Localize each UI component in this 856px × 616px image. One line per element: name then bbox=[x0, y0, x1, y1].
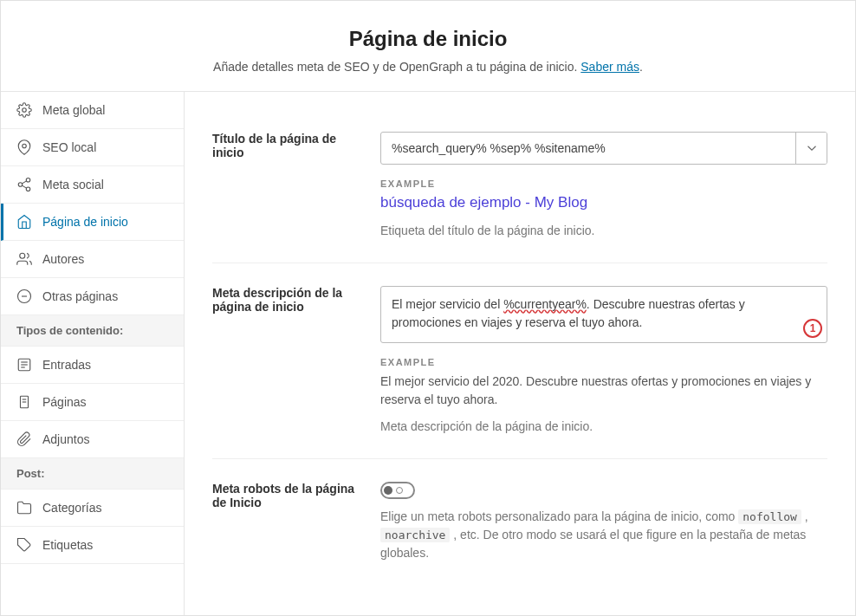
example-preview: búsqueda de ejemplo - My Blog bbox=[380, 194, 827, 211]
users-icon bbox=[16, 251, 32, 267]
toggle-track-dot bbox=[396, 487, 403, 494]
help-text: Etiqueta del título de la página de inic… bbox=[380, 222, 827, 240]
svg-point-1 bbox=[23, 144, 27, 148]
setting-label: Meta descripción de la página de inicio bbox=[212, 286, 360, 436]
title-input-value: %search_query% %sep% %sitename% bbox=[381, 141, 795, 155]
sidebar-item-meta-social[interactable]: Meta social bbox=[1, 166, 184, 204]
tag-icon bbox=[16, 537, 32, 553]
sidebar-item-label: Meta global bbox=[42, 103, 105, 117]
setting-label: Título de la página de inicio bbox=[212, 132, 360, 240]
post-icon bbox=[16, 357, 32, 373]
sidebar-item-label: SEO local bbox=[42, 140, 96, 154]
toggle-knob bbox=[384, 486, 392, 495]
sidebar-item-label: Páginas bbox=[42, 395, 87, 409]
expand-tokens-button[interactable] bbox=[795, 133, 827, 164]
sidebar-item-label: Entradas bbox=[42, 358, 91, 372]
sidebar-item-seo-local[interactable]: SEO local bbox=[1, 129, 184, 166]
sidebar-item-label: Autores bbox=[42, 252, 84, 266]
app-root: Página de inicio Añade detalles meta de … bbox=[0, 0, 856, 616]
paperclip-icon bbox=[16, 431, 32, 447]
sidebar-item-label: Otras páginas bbox=[42, 289, 118, 303]
sidebar-group-post: Post: bbox=[1, 458, 184, 490]
setting-home-robots: Meta robots de la página de Inicio Elige… bbox=[212, 458, 827, 578]
sidebar-group-content: Tipos de contenido: bbox=[1, 315, 184, 347]
svg-point-4 bbox=[26, 187, 30, 191]
sidebar-item-label: Etiquetas bbox=[42, 538, 93, 552]
svg-line-5 bbox=[22, 185, 26, 188]
sidebar-item-adjuntos[interactable]: Adjuntos bbox=[1, 421, 184, 458]
sidebar-item-otras[interactable]: Otras páginas bbox=[1, 278, 184, 315]
gear-icon bbox=[16, 102, 32, 118]
sidebar-item-paginas[interactable]: Páginas bbox=[1, 384, 184, 421]
folder-icon bbox=[16, 500, 32, 515]
sidebar-item-label: Página de inicio bbox=[42, 215, 128, 229]
setting-label: Meta robots de la página de Inicio bbox=[212, 482, 360, 562]
sidebar-item-meta-global[interactable]: Meta global bbox=[1, 92, 184, 129]
pin-icon bbox=[16, 139, 32, 155]
page-header: Página de inicio Añade detalles meta de … bbox=[1, 1, 855, 92]
setting-home-description: Meta descripción de la página de inicio … bbox=[212, 263, 827, 451]
sidebar-item-entradas[interactable]: Entradas bbox=[1, 347, 184, 384]
sidebar: Meta global SEO local Meta social Página… bbox=[1, 92, 185, 615]
sidebar-item-label: Adjuntos bbox=[42, 432, 89, 446]
example-label: EXAMPLE bbox=[380, 178, 827, 189]
svg-line-6 bbox=[22, 181, 26, 184]
home-icon bbox=[16, 214, 32, 230]
code-nofollow: nofollow bbox=[738, 509, 801, 524]
svg-point-7 bbox=[20, 253, 25, 258]
page-title: Página de inicio bbox=[18, 27, 838, 51]
page-subtitle: Añade detalles meta de SEO y de OpenGrap… bbox=[18, 60, 838, 74]
sidebar-item-categorias[interactable]: Categorías bbox=[1, 490, 184, 527]
spellcheck-error: %currentyear% bbox=[503, 297, 587, 311]
svg-point-2 bbox=[26, 178, 30, 183]
example-label: EXAMPLE bbox=[380, 357, 827, 367]
sidebar-item-autores[interactable]: Autores bbox=[1, 241, 184, 278]
sidebar-item-label: Categorías bbox=[42, 501, 101, 515]
page-icon bbox=[16, 394, 32, 410]
minus-circle-icon bbox=[16, 289, 32, 304]
title-input[interactable]: %search_query% %sep% %sitename% bbox=[380, 132, 827, 165]
sidebar-item-etiquetas[interactable]: Etiquetas bbox=[1, 527, 184, 564]
sidebar-item-home[interactable]: Página de inicio bbox=[1, 204, 184, 241]
sidebar-item-label: Meta social bbox=[42, 178, 104, 191]
learn-more-link[interactable]: Saber más bbox=[580, 60, 639, 74]
share-icon bbox=[16, 177, 32, 192]
description-textarea[interactable]: El mejor servicio del %currentyear%. Des… bbox=[380, 286, 827, 343]
code-noarchive: noarchive bbox=[380, 528, 450, 542]
issue-count-badge[interactable]: 1 bbox=[803, 319, 822, 338]
setting-home-title: Título de la página de inicio %search_qu… bbox=[212, 116, 827, 256]
svg-point-3 bbox=[18, 183, 23, 187]
body: Meta global SEO local Meta social Página… bbox=[1, 92, 855, 615]
main-content: Título de la página de inicio %search_qu… bbox=[185, 92, 855, 615]
help-text: Elige un meta robots personalizado para … bbox=[380, 508, 827, 562]
chevron-down-icon bbox=[804, 140, 820, 156]
example-preview: El mejor servicio del 2020. Descubre nue… bbox=[380, 373, 827, 409]
robots-toggle[interactable] bbox=[380, 482, 415, 499]
svg-point-0 bbox=[23, 108, 27, 113]
help-text: Meta descripción de la página de inicio. bbox=[380, 418, 827, 436]
